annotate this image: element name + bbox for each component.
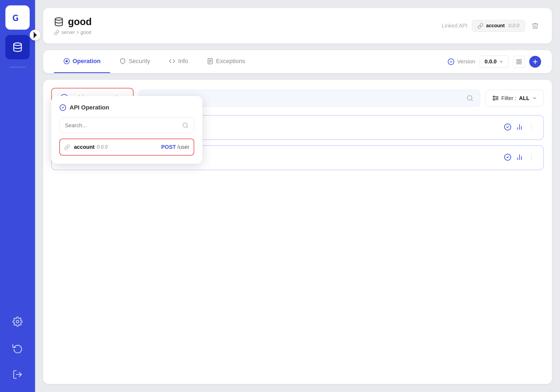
tab-operation[interactable]: Operation [54, 50, 110, 73]
dropdown-item-version: 0.0.0 [97, 144, 108, 150]
api-name: account [486, 23, 505, 29]
svg-point-45 [531, 159, 532, 160]
api-operation-dropdown: API Operation account 0.0.0 [51, 96, 202, 164]
bar-chart-icon [516, 153, 523, 161]
check-circle-icon [448, 58, 455, 65]
tab-exceptions-label: Exceptions [216, 58, 245, 65]
svg-rect-12 [517, 59, 518, 61]
svg-rect-14 [517, 62, 518, 64]
filter-button[interactable]: Filter : ALL [486, 90, 544, 106]
link-icon [477, 23, 483, 29]
version-label: Version [448, 58, 475, 65]
radio-icon [63, 58, 70, 64]
sidebar-item-refresh[interactable] [5, 336, 30, 360]
chevron-down-icon [499, 59, 504, 64]
dropdown-item-0[interactable]: account 0.0.0 POST /user [59, 139, 194, 156]
api-version: 0.0.0 [508, 23, 519, 29]
tabs-right-controls: Version 0.0.0 [448, 56, 541, 68]
database-icon [54, 17, 64, 27]
svg-rect-13 [520, 59, 521, 61]
tab-operation-label: Operation [73, 58, 101, 65]
more-vertical-icon [528, 123, 535, 131]
link-icon [54, 30, 59, 35]
svg-point-4 [55, 18, 63, 20]
sidebar-divider-1 [9, 67, 26, 67]
sidebar-logo: ɢ [5, 5, 30, 30]
logout-icon [12, 369, 23, 380]
chevron-right-icon [30, 30, 40, 40]
chevron-down-icon [532, 96, 537, 101]
tabs-list: Operation Security Info [54, 50, 448, 73]
header-right: Linked API account 0.0.0 [442, 20, 541, 32]
svg-rect-15 [520, 62, 521, 64]
database-icon [12, 42, 23, 52]
refresh-icon [12, 343, 23, 353]
sidebar-expand-button[interactable] [30, 30, 40, 40]
header-left: good server > good [54, 16, 92, 35]
filter-value: ALL [519, 95, 530, 101]
tab-exceptions[interactable]: Exceptions [197, 50, 255, 73]
more-vertical-icon [528, 153, 535, 161]
svg-point-6 [66, 60, 68, 62]
svg-line-22 [471, 99, 473, 101]
gear-icon [12, 317, 23, 327]
header-title-row: good [54, 16, 92, 27]
dropdown-search-box [59, 118, 194, 133]
dropdown-title: API Operation [59, 104, 194, 111]
sidebar: ɢ [0, 0, 35, 392]
api-row-1-actions [504, 123, 535, 132]
chart-icon[interactable] [516, 153, 523, 162]
main-content: good server > good Linked API account 0.… [35, 0, 560, 392]
tab-security[interactable]: Security [110, 50, 159, 73]
svg-line-48 [187, 127, 188, 128]
delete-button[interactable] [529, 20, 541, 32]
dropdown-item-method: POST [161, 144, 176, 150]
search-icon [466, 95, 473, 102]
dropdown-search-input[interactable] [65, 122, 178, 129]
tab-info-label: Info [178, 58, 188, 65]
more-options-button[interactable] [528, 153, 535, 162]
check-circle-icon [504, 123, 511, 131]
file-icon [207, 58, 213, 64]
filter-label: Filter : [501, 95, 517, 101]
svg-text:ɢ: ɢ [12, 12, 19, 23]
trash-icon [531, 22, 539, 30]
search-icon [182, 122, 189, 129]
svg-point-2 [16, 320, 19, 323]
sidebar-item-logout[interactable] [5, 362, 30, 387]
add-tab-button[interactable] [529, 56, 541, 68]
tab-security-label: Security [129, 58, 150, 65]
link-icon [64, 144, 70, 150]
dropdown-overlay: API Operation account 0.0.0 [51, 96, 202, 164]
version-text: Version [457, 59, 475, 65]
breadcrumb-text: server > good [62, 30, 91, 35]
grid-view-button[interactable] [513, 56, 525, 68]
svg-point-44 [531, 157, 532, 157]
tab-info[interactable]: Info [159, 50, 197, 73]
breadcrumb: server > good [54, 30, 92, 35]
dropdown-title-text: API Operation [70, 104, 109, 111]
dropdown-item-name: account [74, 144, 95, 150]
dropdown-item-path: /user [176, 144, 189, 150]
sidebar-item-settings[interactable] [5, 310, 30, 334]
version-select[interactable]: 0.0.0 [480, 56, 509, 68]
svg-point-1 [14, 43, 22, 46]
code-icon [169, 58, 175, 64]
page-title: good [68, 16, 92, 27]
svg-point-43 [531, 155, 532, 155]
check-icon[interactable] [504, 123, 511, 132]
plus-icon [532, 59, 538, 65]
content-area: Add API Operation [43, 80, 552, 384]
api-icon: ɢ [11, 11, 24, 24]
server-icon [54, 17, 64, 27]
check-icon[interactable] [504, 153, 511, 162]
api-row-2-actions [504, 153, 535, 162]
sidebar-item-database[interactable] [5, 35, 30, 59]
tabs-bar: Operation Security Info [43, 50, 552, 73]
more-options-button[interactable] [528, 123, 535, 132]
chart-icon[interactable] [516, 123, 523, 132]
shield-icon [119, 58, 126, 64]
check-circle-icon [504, 153, 511, 161]
svg-point-38 [531, 129, 532, 129]
svg-point-37 [531, 127, 532, 127]
